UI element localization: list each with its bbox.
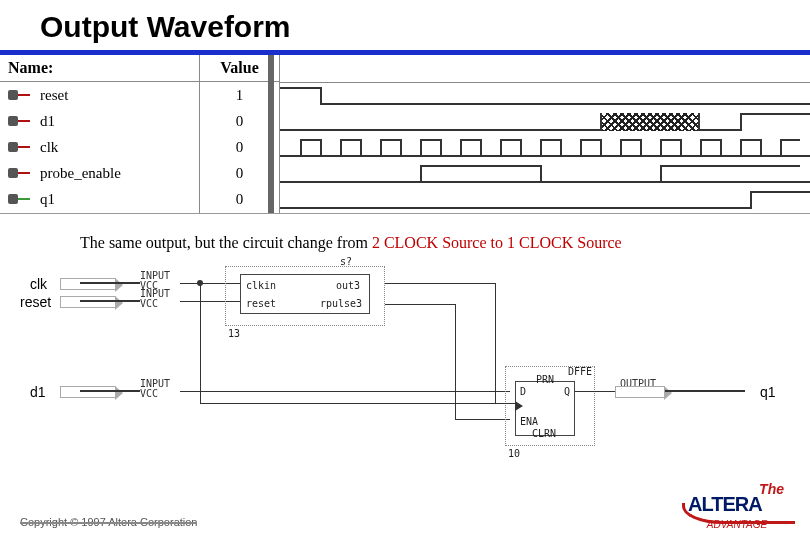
- input-pin-icon: [8, 115, 32, 127]
- dffe-d: D: [520, 386, 526, 397]
- signal-value: 0: [200, 160, 279, 186]
- q1-output-pin: [615, 384, 745, 398]
- vcc-tag: VCC: [140, 299, 158, 308]
- slide-title-block: Output Waveform: [0, 0, 810, 50]
- signal-row-d1: d1: [0, 108, 199, 134]
- signal-value: 1: [200, 82, 279, 108]
- caption-plain: The same output, but the circuit change …: [80, 234, 372, 251]
- signal-value: 0: [200, 186, 279, 212]
- signal-value: 0: [200, 134, 279, 160]
- value-header: Value: [200, 55, 279, 82]
- waveform-name-column: Name: reset d1 clk probe_enable q1: [0, 55, 200, 213]
- waveform-value-column: Value 1 0 0 0 0: [200, 55, 280, 213]
- dffe-clrn: CLRN: [532, 428, 556, 439]
- d1-label: d1: [30, 384, 46, 400]
- signal-name: d1: [40, 113, 55, 130]
- waveform-viewer: Name: reset d1 clk probe_enable q1 Value…: [0, 55, 810, 214]
- vcc-tag: VCC: [140, 389, 158, 398]
- signal-name: reset: [40, 87, 68, 104]
- input-pin-icon: [8, 141, 32, 153]
- plot-track-d1: [280, 109, 810, 135]
- input-pin-icon: [8, 89, 32, 101]
- slide-title: Output Waveform: [40, 10, 810, 44]
- plot-track-probe-enable: [280, 161, 810, 187]
- explanation-caption: The same output, but the circuit change …: [80, 234, 810, 252]
- input-tag: INPUT: [140, 379, 170, 388]
- plot-header-spacer: [280, 55, 810, 83]
- clk-label: clk: [30, 276, 47, 292]
- dffe-id: 10: [508, 448, 520, 459]
- clk-input-pin: [60, 276, 150, 290]
- reset-label: reset: [20, 294, 51, 310]
- signal-row-probe-enable: probe_enable: [0, 160, 199, 186]
- dffe-prn: PRN: [536, 374, 554, 385]
- clock-edge-icon: [515, 401, 523, 411]
- signal-row-reset: reset: [0, 82, 199, 108]
- plot-track-q1: [280, 187, 810, 213]
- port-rpulse3: rpulse3: [320, 298, 362, 309]
- q1-label: q1: [760, 384, 776, 400]
- input-tag: INPUT: [140, 271, 170, 280]
- signal-row-clk: clk: [0, 134, 199, 160]
- input-tag: INPUT: [140, 289, 170, 298]
- port-out3: out3: [336, 280, 360, 291]
- logo-the: The: [759, 481, 784, 497]
- port-clkin: clkin: [246, 280, 276, 291]
- copyright-text: Copyright © 1997 Altera Corporation: [20, 516, 197, 528]
- signal-row-q1: q1: [0, 186, 199, 212]
- dffe-type: DFFE: [568, 366, 592, 377]
- signal-name: q1: [40, 191, 55, 208]
- dffe-ena: ENA: [520, 416, 538, 427]
- dffe-q: Q: [564, 386, 570, 397]
- name-header: Name:: [0, 55, 199, 82]
- caption-highlight: 2 CLOCK Source to 1 CLOCK Source: [372, 234, 622, 251]
- logo-brand: ALTERA: [688, 493, 762, 516]
- output-pin-icon: [8, 193, 32, 205]
- d1-input-pin: [60, 384, 150, 398]
- port-reset: reset: [246, 298, 276, 309]
- altera-logo: The ALTERA ADVANTAGE: [682, 485, 792, 530]
- signal-name: probe_enable: [40, 165, 121, 182]
- input-pin-icon: [8, 167, 32, 179]
- waveform-plot-area: [280, 55, 810, 213]
- plot-track-clk: [280, 135, 810, 161]
- reset-input-pin: [60, 294, 150, 308]
- counter-instance: s?: [340, 256, 352, 267]
- signal-name: clk: [40, 139, 58, 156]
- counter-id: 13: [228, 328, 240, 339]
- schematic-diagram: clk INPUT VCC reset INPUT VCC s? clkin r…: [20, 266, 790, 456]
- signal-value: 0: [200, 108, 279, 134]
- plot-track-reset: [280, 83, 810, 109]
